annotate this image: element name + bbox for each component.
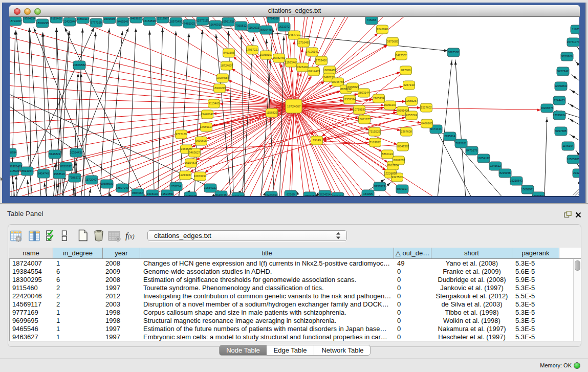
svg-text:11353594: 11353594 (343, 98, 356, 101)
svg-text:12975115: 12975115 (197, 19, 209, 22)
svg-text:2942757: 2942757 (573, 171, 579, 174)
svg-text:18300295: 18300295 (213, 86, 226, 90)
svg-text:6879197: 6879197 (397, 187, 408, 190)
svg-text:11923468: 11923468 (285, 61, 297, 64)
svg-text:10655267: 10655267 (405, 99, 418, 102)
svg-text:20206576: 20206576 (541, 106, 554, 110)
svg-text:5498222: 5498222 (323, 76, 335, 79)
svg-text:14569117: 14569117 (200, 125, 212, 128)
svg-text:1588520: 1588520 (54, 172, 65, 176)
svg-text:8990448: 8990448 (260, 28, 272, 31)
svg-text:13524851: 13524851 (161, 192, 174, 195)
svg-text:9245612: 9245612 (490, 164, 501, 167)
svg-text:2935114: 2935114 (444, 135, 455, 138)
svg-text:817006: 817006 (401, 69, 411, 72)
svg-text:10654112: 10654112 (477, 157, 490, 160)
svg-text:18724007: 18724007 (221, 64, 233, 67)
svg-text:12093832: 12093832 (555, 84, 568, 87)
svg-text:1145194: 1145194 (562, 144, 573, 147)
svg-text:18495798: 18495798 (265, 194, 278, 196)
svg-text:19384554: 19384554 (23, 17, 36, 20)
svg-text:16914479: 16914479 (308, 70, 320, 73)
svg-text:1527602: 1527602 (421, 106, 432, 109)
svg-text:7955812: 7955812 (235, 24, 247, 27)
svg-text:1621072: 1621072 (278, 25, 290, 28)
svg-text:16671355: 16671355 (358, 118, 371, 121)
svg-text:62160: 62160 (287, 193, 295, 196)
svg-text:9242848: 9242848 (377, 28, 388, 31)
svg-text:20876882: 20876882 (73, 63, 86, 67)
svg-text:9327503: 9327503 (391, 176, 403, 179)
svg-text:9474444: 9474444 (430, 127, 442, 130)
svg-text:18163282: 18163282 (393, 159, 405, 162)
svg-text:39149: 39149 (313, 139, 321, 142)
svg-text:6466160: 6466160 (421, 122, 432, 125)
svg-text:14569117: 14569117 (77, 17, 89, 20)
svg-text:22420046: 22420046 (201, 113, 214, 116)
svg-text:22420046: 22420046 (63, 20, 76, 23)
svg-text:7515526: 7515526 (369, 130, 380, 133)
svg-text:7632621: 7632621 (455, 142, 467, 145)
svg-text:10719185: 10719185 (353, 108, 366, 111)
svg-text:15720407: 15720407 (85, 178, 98, 181)
svg-text:12213967: 12213967 (157, 17, 169, 20)
svg-text:11325419: 11325419 (10, 165, 22, 168)
svg-text:16051307: 16051307 (384, 103, 397, 106)
svg-text:9227342: 9227342 (557, 70, 569, 73)
svg-text:16210643: 16210643 (510, 179, 523, 182)
svg-text:10688609: 10688609 (101, 182, 114, 185)
svg-text:8215958: 8215958 (499, 171, 511, 174)
svg-text:2905334: 2905334 (373, 97, 384, 100)
svg-text:9146821: 9146821 (49, 152, 60, 156)
svg-text:9699695: 9699695 (104, 17, 115, 20)
svg-text:10807487: 10807487 (303, 194, 316, 196)
svg-text:1733426: 1733426 (316, 59, 327, 62)
svg-text:15751074: 15751074 (567, 40, 579, 43)
svg-text:9699695: 9699695 (195, 139, 207, 142)
svg-text:10756928: 10756928 (184, 194, 197, 196)
svg-text:9997588: 9997588 (555, 129, 567, 133)
svg-text:19654923: 19654923 (204, 186, 217, 189)
svg-text:10958107: 10958107 (260, 53, 273, 56)
svg-text:8454749: 8454749 (38, 172, 49, 175)
svg-text:18724007: 18724007 (287, 104, 301, 107)
svg-text:9684067: 9684067 (132, 191, 143, 194)
svg-text:3624554: 3624554 (319, 193, 331, 196)
svg-text:14136141: 14136141 (306, 50, 319, 53)
svg-text:16099489: 16099489 (323, 69, 336, 72)
svg-text:19166829: 19166829 (346, 85, 359, 89)
svg-text:15640910: 15640910 (209, 23, 222, 26)
svg-text:16154838: 16154838 (143, 19, 156, 23)
svg-text:18807249: 18807249 (116, 186, 129, 189)
svg-text:746266: 746266 (367, 18, 377, 21)
svg-text:8461606: 8461606 (223, 51, 234, 54)
svg-text:17339924: 17339924 (553, 114, 566, 117)
svg-text:3267130: 3267130 (403, 83, 415, 86)
svg-text:7163822: 7163822 (369, 141, 381, 144)
svg-text:9465546: 9465546 (181, 147, 192, 150)
svg-text:10973493: 10973493 (170, 20, 183, 23)
svg-text:8322037: 8322037 (60, 165, 72, 168)
svg-text:7625402: 7625402 (297, 65, 308, 69)
svg-text:1156829: 1156829 (266, 111, 277, 114)
svg-text:19218506: 19218506 (10, 169, 19, 172)
svg-text:18724007: 18724007 (10, 19, 21, 23)
svg-text:19384554: 19384554 (216, 76, 229, 79)
svg-text:9463627: 9463627 (130, 17, 142, 20)
svg-text:8912954: 8912954 (387, 164, 399, 167)
svg-text:17957223: 17957223 (246, 48, 259, 51)
svg-text:9465546: 9465546 (117, 20, 128, 23)
svg-text:5875685: 5875685 (387, 40, 398, 43)
svg-text:9899695: 9899695 (332, 195, 343, 196)
svg-text:16648784: 16648784 (10, 151, 16, 154)
svg-text:20364436: 20364436 (70, 151, 83, 154)
svg-text:13226058: 13226058 (384, 172, 397, 175)
svg-text:6897508: 6897508 (448, 51, 459, 54)
svg-text:9777169: 9777169 (91, 21, 102, 24)
svg-text:9777169: 9777169 (176, 133, 187, 136)
svg-text:9463627: 9463627 (189, 151, 200, 154)
svg-text:9115460: 9115460 (51, 17, 61, 20)
svg-text:9115460: 9115460 (208, 102, 219, 105)
svg-text:16782759: 16782759 (273, 56, 286, 59)
svg-text:16961758: 16961758 (222, 20, 235, 23)
